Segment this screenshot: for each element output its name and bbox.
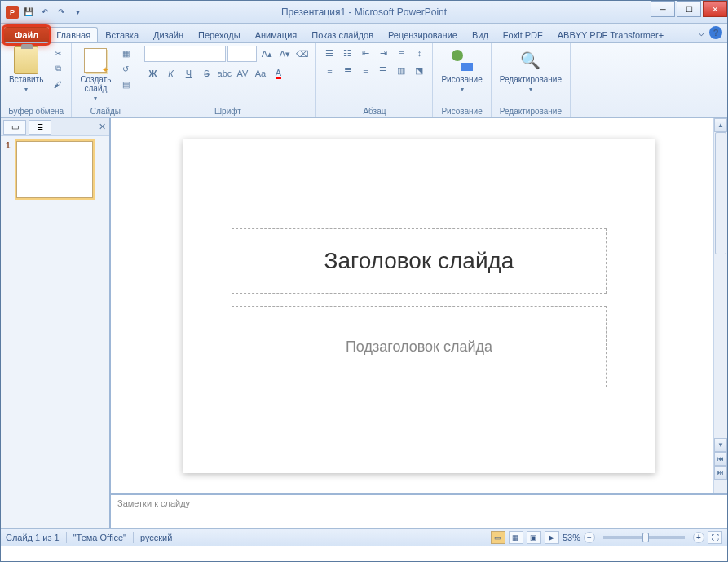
group-drawing: Рисование ▾ Рисование (433, 43, 491, 117)
save-icon[interactable]: 💾 (22, 6, 35, 19)
change-case-icon[interactable]: Aa (252, 66, 268, 81)
smartart-icon[interactable]: ⬔ (411, 63, 427, 77)
tab-slideshow[interactable]: Показ слайдов (304, 27, 381, 42)
tab-transitions[interactable]: Переходы (191, 27, 248, 42)
bold-icon[interactable]: Ж (144, 66, 161, 81)
statusbar: Слайд 1 из 1 "Тема Office" русский ▭ ▦ ▣… (1, 528, 727, 546)
new-slide-button[interactable]: Создать слайд ▾ (77, 46, 114, 104)
group-paragraph: ☰ ☷ ⇤ ⇥ ≡ ↕ ≡ ≣ ≡ ☰ ▥ ⬔ Абзац (316, 43, 433, 117)
columns-icon[interactable]: ▥ (393, 63, 409, 77)
zoom-level[interactable]: 53% (563, 533, 580, 542)
layout-icon[interactable]: ▦ (117, 46, 134, 60)
minimize-button[interactable]: ─ (651, 1, 675, 17)
slideshow-view-icon[interactable]: ▶ (545, 531, 559, 544)
increase-indent-icon[interactable]: ⇥ (375, 46, 391, 60)
tab-file[interactable]: Файл (4, 27, 49, 42)
decrease-indent-icon[interactable]: ⇤ (357, 46, 373, 60)
slides-tab[interactable]: ▭ (3, 120, 26, 135)
zoom-slider-thumb[interactable] (642, 533, 649, 542)
justify-icon[interactable]: ☰ (375, 63, 391, 77)
clear-format-icon[interactable]: ⌫ (294, 46, 311, 61)
next-slide-icon[interactable]: ⏭ (714, 466, 727, 480)
separator (66, 532, 67, 543)
align-right-icon[interactable]: ≡ (357, 63, 373, 77)
normal-view-icon[interactable]: ▭ (491, 531, 505, 544)
vertical-scrollbar[interactable]: ▲ ▼ ⏮ ⏭ (713, 118, 727, 493)
app-icon[interactable]: P (6, 6, 19, 19)
close-button[interactable]: ✕ (703, 1, 727, 17)
copy-icon[interactable]: ⧉ (50, 61, 66, 76)
group-drawing-label: Рисование (438, 105, 485, 117)
numbering-icon[interactable]: ☷ (339, 46, 355, 60)
slide-thumbnail[interactable] (16, 141, 93, 198)
paste-button[interactable]: Вставить ▾ (6, 46, 46, 95)
window-title: Презентация1 - Microsoft PowerPoint (1, 7, 727, 18)
italic-icon[interactable]: К (162, 66, 179, 81)
undo-icon[interactable]: ↶ (38, 6, 51, 19)
scroll-down-icon[interactable]: ▼ (714, 438, 727, 452)
qat-dropdown-icon[interactable]: ▾ (71, 6, 84, 19)
ribbon: Вставить ▾ ✂ ⧉ 🖌 Буфер обмена Создать сл… (1, 43, 727, 118)
char-spacing-icon[interactable]: AV (234, 66, 250, 81)
ribbon-tabs: Файл Главная Вставка Дизайн Переходы Ани… (1, 24, 727, 43)
tab-design[interactable]: Дизайн (146, 27, 191, 42)
notes-pane[interactable]: Заметки к слайду (111, 493, 727, 528)
tab-animations[interactable]: Анимация (248, 27, 305, 42)
tab-foxit[interactable]: Foxit PDF (496, 27, 550, 42)
tab-abbyy[interactable]: ABBYY PDF Transformer+ (550, 27, 671, 42)
group-font: A▴ A▾ ⌫ Ж К Ч S̶ abc AV Aa A Шрифт (139, 43, 316, 117)
slide-canvas[interactable]: Заголовок слайда Подзаголовок слайда ▲ ▼… (111, 118, 727, 493)
editing-button[interactable]: 🔍 Редактирование ▾ (496, 46, 565, 95)
underline-icon[interactable]: Ч (180, 66, 196, 81)
scroll-up-icon[interactable]: ▲ (714, 118, 727, 132)
thumbnail-list: 1 (1, 136, 109, 206)
panel-close-icon[interactable]: ✕ (99, 122, 106, 132)
cut-icon[interactable]: ✂ (50, 46, 66, 60)
status-slide-count[interactable]: Слайд 1 из 1 (6, 533, 60, 542)
prev-slide-icon[interactable]: ⏮ (714, 452, 727, 466)
group-editing-label: Редактирование (496, 105, 565, 117)
line-spacing-icon[interactable]: ≡ (393, 46, 409, 60)
fit-window-icon[interactable]: ⛶ (708, 531, 722, 544)
subtitle-placeholder-text: Подзаголовок слайда (346, 339, 492, 356)
align-left-icon[interactable]: ≡ (321, 63, 338, 77)
minimize-ribbon-icon[interactable]: ⌵ (699, 28, 704, 38)
help-icon[interactable]: ? (709, 26, 722, 39)
zoom-slider[interactable] (603, 536, 685, 539)
format-painter-icon[interactable]: 🖌 (50, 77, 66, 91)
align-center-icon[interactable]: ≣ (339, 63, 355, 77)
status-theme[interactable]: "Тема Office" (73, 533, 126, 542)
sorter-view-icon[interactable]: ▦ (509, 531, 523, 544)
maximize-button[interactable]: ☐ (677, 1, 701, 17)
strikethrough-icon[interactable]: S̶ (198, 66, 214, 81)
tab-home[interactable]: Главная (49, 27, 98, 42)
tab-view[interactable]: Вид (465, 27, 496, 42)
shadow-icon[interactable]: abc (216, 66, 232, 81)
text-direction-icon[interactable]: ↕ (411, 46, 427, 60)
outline-tab[interactable]: ≣ (29, 120, 51, 135)
title-placeholder-text: Заголовок слайда (324, 248, 514, 274)
window-controls: ─ ☐ ✕ (649, 1, 727, 17)
title-placeholder[interactable]: Заголовок слайда (232, 228, 607, 294)
reading-view-icon[interactable]: ▣ (527, 531, 541, 544)
subtitle-placeholder[interactable]: Подзаголовок слайда (232, 306, 607, 387)
workspace: ▭ ≣ ✕ 1 Заголовок слайда Подзаголовок сл… (1, 118, 727, 528)
zoom-in-icon[interactable]: + (693, 532, 704, 543)
grow-font-icon[interactable]: A▴ (258, 46, 275, 61)
section-icon[interactable]: ▤ (117, 77, 134, 91)
status-language[interactable]: русский (140, 533, 172, 542)
slide: Заголовок слайда Подзаголовок слайда (183, 139, 655, 473)
tab-insert[interactable]: Вставка (98, 27, 146, 42)
shrink-font-icon[interactable]: A▾ (276, 46, 293, 61)
scroll-thumb[interactable] (715, 132, 726, 254)
reset-icon[interactable]: ↺ (117, 61, 134, 76)
drawing-button[interactable]: Рисование ▾ (438, 46, 485, 95)
font-size-select[interactable] (227, 46, 257, 62)
redo-icon[interactable]: ↷ (55, 6, 68, 19)
font-family-select[interactable] (144, 46, 226, 62)
find-icon: 🔍 (518, 47, 544, 73)
zoom-out-icon[interactable]: − (584, 532, 595, 543)
font-color-icon[interactable]: A (270, 66, 286, 81)
bullets-icon[interactable]: ☰ (321, 46, 338, 60)
tab-review[interactable]: Рецензирование (381, 27, 465, 42)
